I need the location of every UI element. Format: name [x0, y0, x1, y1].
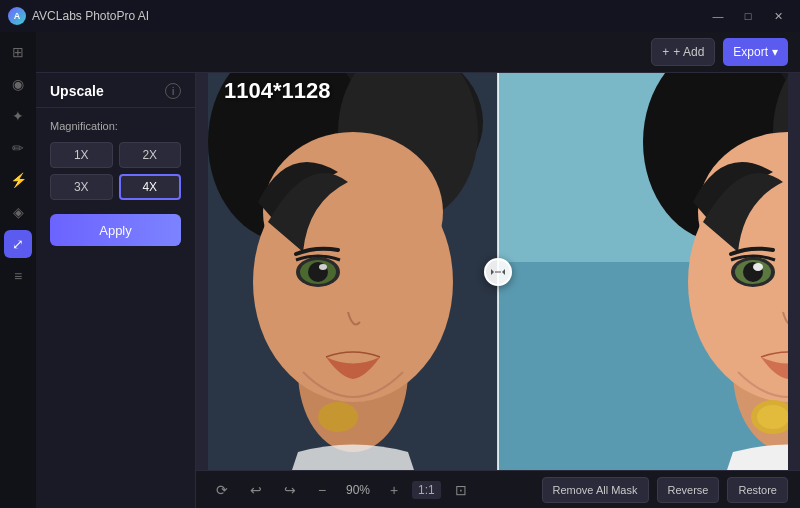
mag-2x-button[interactable]: 2X — [119, 142, 182, 168]
zoom-value: 90% — [340, 483, 376, 497]
zoom-out-button[interactable]: − — [310, 478, 334, 502]
mag-1x-button[interactable]: 1X — [50, 142, 113, 168]
magnification-grid: 1X 2X 3X 4X — [50, 142, 181, 200]
sidebar-icon-enhance[interactable]: ✦ — [4, 102, 32, 130]
titlebar-controls: — □ ✕ — [704, 5, 792, 27]
bottom-toolbar: ⟳ ↩ ↪ − 90% + 1:1 ⊡ Remove All Mask Reve… — [196, 470, 800, 508]
export-button[interactable]: Export ▾ — [723, 38, 788, 66]
close-button[interactable]: ✕ — [764, 5, 792, 27]
anime-face-right-svg — [498, 73, 788, 470]
main-layout: ⊞ ◉ ✦ ✏ ⚡ ◈ ⤢ ≡ + + Add Export ▾ Upscale — [0, 32, 800, 508]
svg-point-25 — [757, 405, 788, 429]
zoom-in-button[interactable]: + — [382, 478, 406, 502]
svg-point-10 — [319, 264, 327, 270]
minimize-button[interactable]: — — [704, 5, 732, 27]
image-container: 1104*1128 — [208, 73, 788, 470]
sidebar-icon-face[interactable]: ◉ — [4, 70, 32, 98]
canvas-area-wrapper: 1104*1128 — [196, 73, 800, 508]
mag-4x-button[interactable]: 4X — [119, 174, 182, 200]
remove-all-mask-button[interactable]: Remove All Mask — [542, 477, 649, 503]
fit-view-button[interactable]: ⊡ — [447, 476, 475, 504]
toolbar-left: ⟳ ↩ ↪ − 90% + 1:1 ⊡ — [208, 476, 475, 504]
info-icon[interactable]: i — [165, 83, 181, 99]
redo-button[interactable]: ↪ — [276, 476, 304, 504]
top-bar: + + Add Export ▾ — [36, 32, 800, 73]
toolbar-right: Remove All Mask Reverse Restore — [542, 477, 788, 503]
sidebar-icon-upscale[interactable]: ⤢ — [4, 230, 32, 258]
anime-face-left-svg — [208, 73, 498, 470]
svg-point-23 — [753, 263, 763, 271]
image-right — [498, 73, 788, 470]
titlebar-title: AVCLabs PhotoPro AI — [32, 9, 149, 23]
mag-3x-button[interactable]: 3X — [50, 174, 113, 200]
maximize-button[interactable]: □ — [734, 5, 762, 27]
panel-header: Upscale i — [36, 73, 195, 108]
sidebar-icon-magic[interactable]: ⚡ — [4, 166, 32, 194]
svg-rect-26 — [495, 271, 501, 272]
restore-button[interactable]: Restore — [727, 477, 788, 503]
titlebar: A AVCLabs PhotoPro AI — □ ✕ — [0, 0, 800, 32]
sidebar-icons: ⊞ ◉ ✦ ✏ ⚡ ◈ ⤢ ≡ — [0, 32, 36, 508]
sidebar-icon-brush[interactable]: ✏ — [4, 134, 32, 162]
sidebar-icon-home[interactable]: ⊞ — [4, 38, 32, 66]
apply-button[interactable]: Apply — [50, 214, 181, 246]
zoom-ratio[interactable]: 1:1 — [412, 481, 441, 499]
canvas-area: 1104*1128 — [196, 73, 800, 470]
panel-content: Magnification: 1X 2X 3X 4X Apply — [36, 108, 195, 508]
arrows-icon — [491, 265, 505, 279]
panel: Upscale i Magnification: 1X 2X 3X 4X App… — [36, 73, 196, 508]
titlebar-left: A AVCLabs PhotoPro AI — [8, 7, 149, 25]
export-chevron-icon: ▾ — [772, 45, 778, 59]
resolution-text: 1104*1128 — [224, 78, 330, 104]
app-icon: A — [8, 7, 26, 25]
add-icon: + — [662, 45, 669, 59]
reverse-button[interactable]: Reverse — [657, 477, 720, 503]
sidebar-icon-sliders[interactable]: ≡ — [4, 262, 32, 290]
magnification-label: Magnification: — [50, 120, 181, 132]
sidebar-icon-paint[interactable]: ◈ — [4, 198, 32, 226]
image-left: 1104*1128 — [208, 73, 498, 470]
svg-point-11 — [318, 402, 358, 432]
screenshot-button[interactable]: ⟳ — [208, 476, 236, 504]
panel-title: Upscale — [50, 83, 104, 99]
add-button[interactable]: + + Add — [651, 38, 715, 66]
divider-handle[interactable] — [484, 258, 512, 286]
undo-button[interactable]: ↩ — [242, 476, 270, 504]
